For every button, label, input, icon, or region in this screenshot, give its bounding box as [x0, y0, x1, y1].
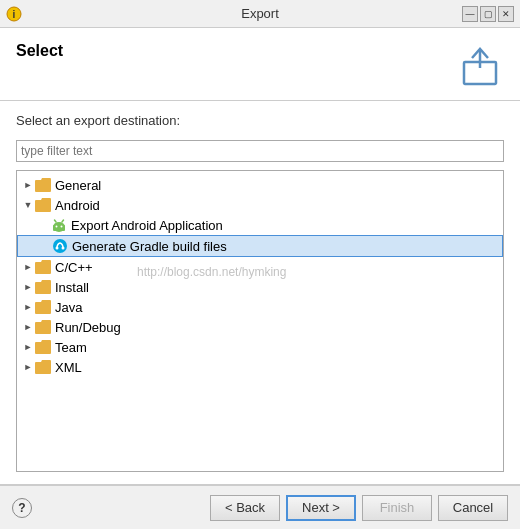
minimize-button[interactable]: —: [462, 6, 478, 22]
tree-label-cpp: C/C++: [55, 260, 93, 275]
folder-icon-android: [35, 197, 51, 213]
tree-item-cpp[interactable]: ► C/C++: [17, 257, 503, 277]
tree-label-general: General: [55, 178, 101, 193]
destination-label: Select an export destination:: [16, 113, 504, 128]
toggle-general[interactable]: ►: [21, 178, 35, 192]
folder-icon-xml: [35, 359, 51, 375]
dialog-title: Select: [16, 42, 63, 60]
tree-label-install: Install: [55, 280, 89, 295]
filter-input[interactable]: [16, 140, 504, 162]
toggle-rundebug[interactable]: ►: [21, 320, 35, 334]
tree-item-java[interactable]: ► Java: [17, 297, 503, 317]
toggle-export-android: [37, 218, 51, 232]
svg-line-8: [55, 220, 57, 222]
window-title: Export: [241, 6, 279, 21]
tree-item-general[interactable]: ► General: [17, 175, 503, 195]
svg-text:i: i: [13, 9, 16, 20]
next-button[interactable]: Next >: [286, 495, 356, 521]
cancel-button[interactable]: Cancel: [438, 495, 508, 521]
tree-item-android[interactable]: ▼ Android: [17, 195, 503, 215]
tree-label-java: Java: [55, 300, 82, 315]
maximize-button[interactable]: ▢: [480, 6, 496, 22]
folder-icon-cpp: [35, 259, 51, 275]
svg-point-7: [61, 226, 63, 228]
footer-right: < Back Next > Finish Cancel: [210, 495, 508, 521]
tree-item-team[interactable]: ► Team: [17, 337, 503, 357]
android-app-icon: [51, 217, 67, 233]
tree-item-install[interactable]: ► Install: [17, 277, 503, 297]
help-button[interactable]: ?: [12, 498, 32, 518]
toggle-android[interactable]: ▼: [21, 198, 35, 212]
folder-icon-team: [35, 339, 51, 355]
title-bar: i Export — ▢ ✕: [0, 0, 520, 28]
main-panel: Select Select an export destination: ►: [0, 28, 520, 484]
header-export-icon: [456, 42, 504, 90]
title-bar-left: i: [6, 6, 22, 22]
finish-button[interactable]: Finish: [362, 495, 432, 521]
toggle-team[interactable]: ►: [21, 340, 35, 354]
tree-label-android: Android: [55, 198, 100, 213]
info-icon: i: [6, 6, 22, 22]
toggle-xml[interactable]: ►: [21, 360, 35, 374]
gradle-icon: [52, 238, 68, 254]
svg-point-10: [53, 239, 67, 253]
tree-item-generate-gradle[interactable]: Generate Gradle build files: [17, 235, 503, 257]
tree-label-team: Team: [55, 340, 87, 355]
svg-point-12: [62, 247, 65, 250]
tree-label-export-android-app: Export Android Application: [71, 218, 223, 233]
tree-label-rundebug: Run/Debug: [55, 320, 121, 335]
toggle-java[interactable]: ►: [21, 300, 35, 314]
svg-line-9: [62, 220, 64, 222]
tree-label-xml: XML: [55, 360, 82, 375]
toggle-cpp[interactable]: ►: [21, 260, 35, 274]
footer-left: ?: [12, 498, 32, 518]
svg-rect-5: [53, 225, 65, 231]
tree-item-export-android-app[interactable]: Export Android Application: [17, 215, 503, 235]
dialog-header: Select: [0, 28, 520, 101]
folder-icon-install: [35, 279, 51, 295]
svg-point-11: [56, 247, 59, 250]
tree-item-rundebug[interactable]: ► Run/Debug: [17, 317, 503, 337]
dialog-content: Select an export destination: ► General …: [0, 101, 520, 484]
export-tree[interactable]: ► General ▼ Android: [16, 170, 504, 472]
folder-icon-rundebug: [35, 319, 51, 335]
title-bar-controls: — ▢ ✕: [462, 6, 514, 22]
export-icon: [458, 44, 502, 88]
back-button[interactable]: < Back: [210, 495, 280, 521]
folder-icon-java: [35, 299, 51, 315]
tree-label-generate-gradle: Generate Gradle build files: [72, 239, 227, 254]
tree-item-xml[interactable]: ► XML: [17, 357, 503, 377]
toggle-install[interactable]: ►: [21, 280, 35, 294]
svg-point-6: [56, 226, 58, 228]
toggle-gradle: [38, 239, 52, 253]
dialog-footer: ? < Back Next > Finish Cancel: [0, 485, 520, 529]
folder-icon-general: [35, 177, 51, 193]
close-button[interactable]: ✕: [498, 6, 514, 22]
